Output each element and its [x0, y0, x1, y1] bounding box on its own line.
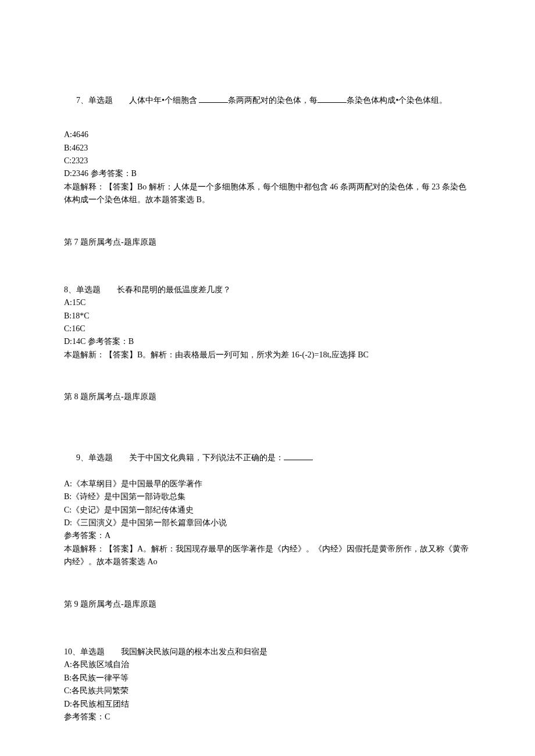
blank-fill [199, 102, 228, 103]
q8-reference: 第 8 题所属考点-题库原题 [64, 390, 471, 403]
q8-explanation: 本题解新：【答案】B。解析：由表格最后一列可知，所求为差 16-(-2)=18t… [64, 349, 471, 361]
q10-option-d: D:各民族相互团结 [64, 698, 471, 711]
q9-option-b: B:《诗经》是中国第一部诗歌总集 [64, 490, 471, 503]
q7-stem-part3: 条染色体构成•个染色体组。 [347, 96, 447, 105]
question-7: 7、单选题 人体中年•个细胞含 条两两配对的染色体，每条染色体构成•个染色体组。… [64, 81, 471, 207]
q8-option-c: C:16C [64, 323, 471, 335]
q7-option-a: A:4646 [64, 128, 471, 141]
blank-fill [284, 460, 313, 460]
q10-answer: 参考答案：C [64, 711, 471, 723]
q7-stem-part2: 条两两配对的染色体，每 [228, 96, 318, 105]
question-7-stem: 7、单选题 人体中年•个细胞含 条两两配对的染色体，每条染色体构成•个染色体组。 [64, 81, 471, 120]
q7-stem-part1: 7、单选题 人体中年•个细胞含 [76, 96, 199, 105]
q9-option-a: A:《本草纲目》是中国最早的医学著作 [64, 478, 471, 490]
q8-stem: 8、单选题 长春和昆明的最低温度差几度？ [64, 284, 471, 296]
q9-stem: 9、单选题 关于中国文化典籍，下列说法不正确的是： [64, 439, 471, 478]
question-8: 8、单选题 长春和昆明的最低温度差几度？ A:15C B:18*C C:16C … [64, 284, 471, 361]
q9-reference: 第 9 题所属考点-题库原题 [64, 598, 471, 611]
q7-explanation: 本题解释：【答案】Bo 解析：人体是一个多细胞体系，每个细胞中都包含 46 条两… [64, 181, 471, 207]
q9-answer: 参考答案：A [64, 529, 471, 542]
q9-explanation: 本题解释：【答案】A。解析：我国现存最早的医学著作是《内经》。《内经》因假托是黄… [64, 543, 471, 569]
q10-option-c: C:各民族共同繁荣 [64, 685, 471, 697]
q9-option-c: C:《史记》是中国第一部纪传体通史 [64, 504, 471, 517]
q10-option-b: B:各民族一律平等 [64, 672, 471, 685]
q7-option-c: C:2323 [64, 155, 471, 167]
q8-option-a: A:15C [64, 296, 471, 309]
q10-stem: 10、单选题 我国解决民族问题的根本出发点和归宿是 [64, 646, 471, 658]
q9-stem-text: 9、单选题 关于中国文化典籍，下列说法不正确的是： [76, 453, 284, 462]
q8-option-b: B:18*C [64, 310, 471, 323]
question-10: 10、单选题 我国解决民族问题的根本出发点和归宿是 A:各民族区域自治 B:各民… [64, 646, 471, 723]
question-9: 9、单选题 关于中国文化典籍，下列说法不正确的是： A:《本草纲目》是中国最早的… [64, 439, 471, 569]
blank-fill [318, 102, 347, 103]
q7-option-d-answer: D:2346 参考答案：B [64, 167, 471, 180]
q7-reference: 第 7 题所属考点-题库原题 [64, 236, 471, 249]
document-page: 7、单选题 人体中年•个细胞含 条两两配对的染色体，每条染色体构成•个染色体组。… [0, 0, 535, 756]
q9-option-d: D:《三国演义》是中国第一部长篇章回体小说 [64, 517, 471, 529]
q10-option-a: A:各民族区域自治 [64, 658, 471, 671]
q8-option-d-answer: D:14C 参考答案：B [64, 335, 471, 348]
q7-option-b: B:4623 [64, 142, 471, 155]
